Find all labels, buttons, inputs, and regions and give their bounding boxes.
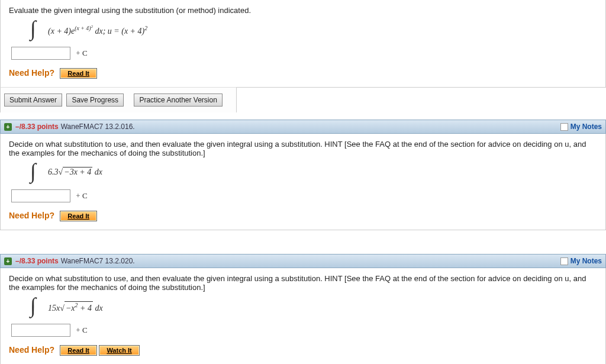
reference-id: WaneFMAC7 13.2.020. <box>61 257 135 265</box>
reference-id: WaneFMAC7 13.2.016. <box>61 123 135 131</box>
need-help-row: Need Help? Read It Watch It <box>9 345 597 356</box>
points-label: –/8.33 points <box>15 257 59 265</box>
prompt-text: Decide on what substitution to use, and … <box>9 140 597 157</box>
read-it-button[interactable]: Read It <box>60 345 97 356</box>
integral-expression: ∫ 15x−x2 + 4 dx <box>30 297 597 317</box>
my-notes-label: My Notes <box>570 123 602 131</box>
answer-row: + C <box>11 324 597 337</box>
question-content: Decide on what substitution to use, and … <box>1 268 605 364</box>
question-3: + –/8.33 points WaneFMAC7 13.2.020. My N… <box>0 254 606 364</box>
read-it-button[interactable]: Read It <box>60 211 97 221</box>
need-help-row: Need Help? Read It <box>9 211 597 221</box>
action-bar: Submit Answer Save Progress Practice Ano… <box>0 87 237 112</box>
need-help-row: Need Help? Read It <box>9 68 597 79</box>
answer-input[interactable] <box>11 324 70 337</box>
question-header: + –/8.33 points WaneFMAC7 13.2.020. My N… <box>0 254 606 268</box>
practice-another-button[interactable]: Practice Another Version <box>134 94 222 107</box>
need-help-label: Need Help? <box>9 68 54 78</box>
plus-c-label: + C <box>76 191 87 200</box>
plus-c-label: + C <box>76 49 87 57</box>
question-1: Evaluate the given integral using the su… <box>0 0 606 88</box>
watch-it-button[interactable]: Watch It <box>99 345 139 356</box>
integrand: (x + 4)e(x + 4)2 dx; u = (x + 4)2 <box>48 24 147 36</box>
question-header: + –/8.33 points WaneFMAC7 13.2.016. My N… <box>0 120 606 134</box>
note-icon <box>560 257 568 265</box>
integral-sign-icon: ∫ <box>30 16 36 41</box>
need-help-label: Need Help? <box>9 211 54 220</box>
need-help-label: Need Help? <box>9 345 54 355</box>
integral-sign-icon: ∫ <box>30 293 36 318</box>
prompt-text: Decide on what substitution to use, and … <box>9 274 597 292</box>
integral-expression: ∫ 6.3−3x + 4 dx <box>30 162 597 182</box>
answer-input[interactable] <box>11 47 70 60</box>
integral-expression: ∫ (x + 4)e(x + 4)2 dx; u = (x + 4)2 <box>30 20 597 40</box>
save-progress-button[interactable]: Save Progress <box>66 94 124 107</box>
answer-row: + C <box>11 189 597 202</box>
integrand: 6.3−3x + 4 dx <box>48 167 102 177</box>
my-notes-label: My Notes <box>570 257 602 265</box>
my-notes-button[interactable]: My Notes <box>560 123 602 131</box>
expand-icon[interactable]: + <box>4 257 12 265</box>
expand-icon[interactable]: + <box>4 123 12 131</box>
answer-row: + C <box>11 47 597 60</box>
question-content: Decide on what substitution to use, and … <box>1 134 605 230</box>
answer-input[interactable] <box>11 189 70 202</box>
question-content: Evaluate the given integral using the su… <box>1 0 605 87</box>
sqrt-icon: −3x + 4 <box>59 167 93 177</box>
plus-c-label: + C <box>76 326 87 334</box>
points-label: –/8.33 points <box>15 123 59 131</box>
question-2: + –/8.33 points WaneFMAC7 13.2.016. My N… <box>0 120 606 230</box>
submit-button[interactable]: Submit Answer <box>4 94 62 107</box>
integral-sign-icon: ∫ <box>30 159 36 183</box>
prompt-text: Evaluate the given integral using the su… <box>9 6 597 15</box>
my-notes-button[interactable]: My Notes <box>560 257 602 265</box>
read-it-button[interactable]: Read It <box>60 68 97 79</box>
note-icon <box>560 123 568 131</box>
integrand: 15x−x2 + 4 dx <box>48 301 103 313</box>
sqrt-icon: −x2 + 4 <box>60 301 93 313</box>
